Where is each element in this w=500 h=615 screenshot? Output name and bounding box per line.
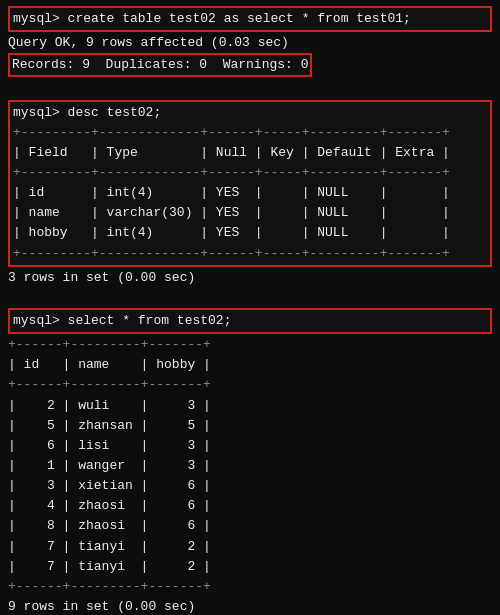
desc-header: | Field | Type | Null | Key | Default | … xyxy=(13,143,487,163)
sel-sep1: +------+---------+-------+ xyxy=(8,335,492,355)
sel-row-9: | 7 | tianyi | 2 | xyxy=(8,557,492,577)
desc-test02-cmd: mysql> desc test02; xyxy=(13,103,487,123)
sel-row-8: | 7 | tianyi | 2 | xyxy=(8,537,492,557)
records-line: Records: 9 Duplicates: 0 Warnings: 0 xyxy=(12,55,308,75)
sel-row-6: | 4 | zhaosi | 6 | xyxy=(8,496,492,516)
sel-row-1: | 2 | wuli | 3 | xyxy=(8,396,492,416)
sel-row-2: | 5 | zhansan | 5 | xyxy=(8,416,492,436)
select-test02-cmd: mysql> select * from test02; xyxy=(13,311,487,331)
sel-row-3: | 6 | lisi | 3 | xyxy=(8,436,492,456)
sel-row-5: | 3 | xietian | 6 | xyxy=(8,476,492,496)
sel-header: | id | name | hobby | xyxy=(8,355,492,375)
desc-sep2: +---------+-------------+------+-----+--… xyxy=(13,163,487,183)
sel-result: 9 rows in set (0.00 sec) xyxy=(8,597,492,615)
block-create-cmd: mysql> create table test02 as select * f… xyxy=(8,6,492,32)
block-desc-test02: mysql> desc test02; +---------+---------… xyxy=(8,100,492,267)
sel-row-4: | 1 | wanger | 3 | xyxy=(8,456,492,476)
create-cmd-line: mysql> create table test02 as select * f… xyxy=(13,9,487,29)
desc-row-id: | id | int(4) | YES | | NULL | | xyxy=(13,183,487,203)
sel-row-7: | 8 | zhaosi | 6 | xyxy=(8,516,492,536)
desc-sep3: +---------+-------------+------+-----+--… xyxy=(13,244,487,264)
desc-sep1: +---------+-------------+------+-----+--… xyxy=(13,123,487,143)
sel-sep3: +------+---------+-------+ xyxy=(8,577,492,597)
desc-row-hobby: | hobby | int(4) | YES | | NULL | | xyxy=(13,223,487,243)
block-select-test02: mysql> select * from test02; xyxy=(8,308,492,334)
desc-result: 3 rows in set (0.00 sec) xyxy=(8,268,492,288)
desc-row-name: | name | varchar(30) | YES | | NULL | | xyxy=(13,203,487,223)
blank2 xyxy=(8,288,492,308)
terminal: mysql> create table test02 as select * f… xyxy=(0,0,500,615)
block-records: Records: 9 Duplicates: 0 Warnings: 0 xyxy=(8,53,312,77)
query-ok-line: Query OK, 9 rows affected (0.03 sec) xyxy=(8,33,492,53)
blank1 xyxy=(8,79,492,99)
sel-sep2: +------+---------+-------+ xyxy=(8,375,492,395)
